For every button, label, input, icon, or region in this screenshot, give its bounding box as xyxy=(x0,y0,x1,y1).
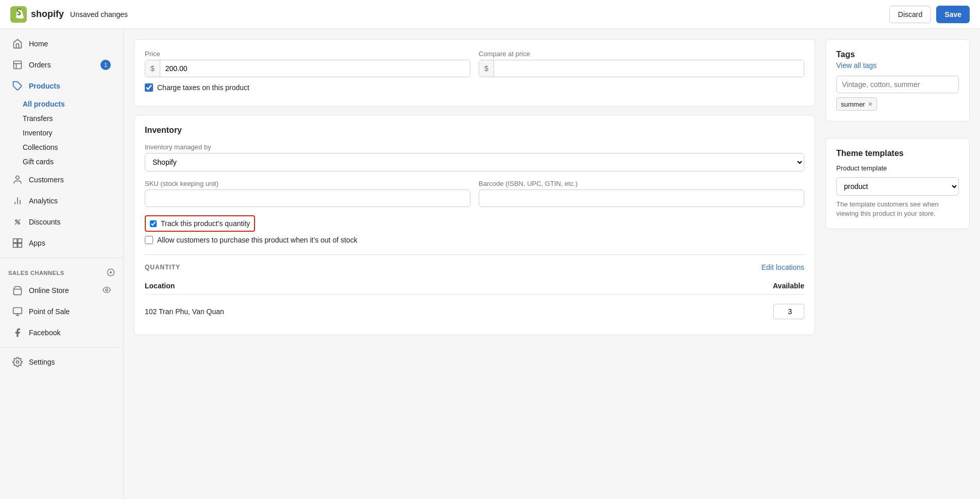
sidebar-divider-2 xyxy=(0,347,123,348)
svg-point-19 xyxy=(106,289,108,291)
compare-price-input[interactable] xyxy=(494,60,804,77)
tags-input[interactable] xyxy=(836,76,959,93)
sidebar-item-facebook[interactable]: Facebook xyxy=(4,322,119,343)
quantity-label: QUANTITY xyxy=(145,264,180,271)
quantity-input[interactable] xyxy=(773,304,804,319)
analytics-icon xyxy=(12,196,23,206)
shopify-logo-icon xyxy=(10,6,27,23)
products-label: Products xyxy=(29,82,60,90)
quantity-section: QUANTITY Edit locations Location Availab… xyxy=(145,254,804,324)
add-sales-channel-icon[interactable] xyxy=(107,268,115,278)
sidebar-item-discounts[interactable]: Discounts xyxy=(4,212,119,232)
product-template-label: Product template xyxy=(836,164,959,172)
right-panel: Tags View all tags summer × Theme templa… xyxy=(825,39,970,489)
theme-templates-title: Theme templates xyxy=(836,149,959,158)
price-card: Price $ Compare at price $ xyxy=(134,39,815,107)
svg-rect-20 xyxy=(13,308,22,314)
charge-taxes-checkbox[interactable] xyxy=(145,83,153,92)
main-content: Price $ Compare at price $ xyxy=(124,29,980,499)
price-input[interactable] xyxy=(160,60,470,77)
sidebar-item-settings[interactable]: Settings xyxy=(4,352,119,372)
sidebar-item-collections[interactable]: Collections xyxy=(23,140,123,154)
compare-prefix: $ xyxy=(479,60,494,77)
sku-group: SKU (stock keeping unit) xyxy=(145,180,470,207)
sidebar-item-analytics[interactable]: Analytics xyxy=(4,191,119,211)
analytics-label: Analytics xyxy=(29,197,58,205)
sidebar-item-point-of-sale[interactable]: Point of Sale xyxy=(4,301,119,322)
price-group: Price $ xyxy=(145,50,470,77)
managed-by-select[interactable]: Shopify Don't track inventory xyxy=(145,153,804,171)
allow-purchase-label[interactable]: Allow customers to purchase this product… xyxy=(157,236,358,244)
location-header: Location xyxy=(145,282,175,290)
theme-templates-card: Theme templates Product template product… xyxy=(825,138,970,229)
sidebar-item-transfers[interactable]: Transfers xyxy=(23,111,123,126)
svg-point-5 xyxy=(16,176,20,180)
compare-price-input-wrapper: $ xyxy=(479,60,804,77)
tag-remove-icon[interactable]: × xyxy=(868,100,872,108)
sidebar-products-submenu: All products Transfers Inventory Collect… xyxy=(0,97,123,169)
svg-rect-15 xyxy=(18,244,22,248)
settings-label: Settings xyxy=(29,358,55,366)
apps-label: Apps xyxy=(29,239,45,247)
sidebar-divider-1 xyxy=(0,257,123,258)
quantity-table-header: Location Available xyxy=(145,278,804,295)
unsaved-changes-title: Unsaved changes xyxy=(70,10,128,19)
content-area: Price $ Compare at price $ xyxy=(134,39,815,489)
home-label: Home xyxy=(29,40,48,48)
settings-icon xyxy=(12,357,23,367)
barcode-label: Barcode (ISBN, UPC, GTIN, etc.) xyxy=(479,180,804,187)
svg-rect-13 xyxy=(18,239,22,243)
svg-rect-14 xyxy=(13,244,18,248)
tag-label: summer xyxy=(841,100,865,108)
allow-purchase-row: Allow customers to purchase this product… xyxy=(145,236,804,244)
apps-icon xyxy=(12,238,23,248)
theme-hint: The template customers see when viewing … xyxy=(836,200,959,218)
charge-taxes-row: Charge taxes on this product xyxy=(145,83,804,92)
sidebar-item-orders[interactable]: Orders 1 xyxy=(4,55,119,75)
topbar: shopify Unsaved changes Discard Save xyxy=(0,0,980,29)
allow-purchase-checkbox[interactable] xyxy=(145,236,153,244)
edit-locations-link[interactable]: Edit locations xyxy=(762,263,804,271)
inventory-title: Inventory xyxy=(145,126,804,135)
charge-taxes-label[interactable]: Charge taxes on this product xyxy=(157,83,249,92)
sidebar-item-online-store[interactable]: Online Store xyxy=(4,280,119,301)
view-all-tags-link[interactable]: View all tags xyxy=(836,61,959,70)
managed-by-label: Inventory managed by xyxy=(145,143,804,151)
svg-rect-1 xyxy=(14,61,22,69)
svg-point-10 xyxy=(18,222,20,224)
sidebar-item-customers[interactable]: Customers xyxy=(4,169,119,190)
barcode-input[interactable] xyxy=(479,190,804,207)
sidebar-item-gift-cards[interactable]: Gift cards xyxy=(23,154,123,169)
products-icon xyxy=(12,81,23,91)
price-prefix: $ xyxy=(145,60,160,77)
discounts-label: Discounts xyxy=(29,218,60,226)
discounts-icon xyxy=(12,217,23,227)
sidebar-item-products[interactable]: Products xyxy=(4,76,119,96)
online-store-label: Online Store xyxy=(29,286,69,295)
product-template-select[interactable]: product xyxy=(836,177,959,196)
table-row: 102 Tran Phu, Van Quan xyxy=(145,299,804,324)
orders-icon xyxy=(12,60,23,70)
online-store-eye-icon xyxy=(103,286,111,296)
svg-point-23 xyxy=(16,361,19,364)
online-store-icon xyxy=(12,285,23,296)
pos-label: Point of Sale xyxy=(29,307,70,316)
sku-input[interactable] xyxy=(145,190,470,207)
facebook-icon xyxy=(12,328,23,338)
compare-price-label: Compare at price xyxy=(479,50,804,58)
track-quantity-checkbox[interactable] xyxy=(150,220,157,227)
sidebar-item-inventory[interactable]: Inventory xyxy=(23,126,123,140)
sidebar-item-apps[interactable]: Apps xyxy=(4,233,119,253)
price-input-wrapper: $ xyxy=(145,60,470,77)
save-button[interactable]: Save xyxy=(936,6,970,23)
sidebar-item-all-products[interactable]: All products xyxy=(23,97,123,111)
sidebar: Home Orders 1 Products All products Tran… xyxy=(0,29,124,499)
sku-label: SKU (stock keeping unit) xyxy=(145,180,470,187)
track-quantity-container: Track this product's quantity xyxy=(145,215,804,232)
sidebar-item-home[interactable]: Home xyxy=(4,33,119,54)
tags-card: Tags View all tags summer × xyxy=(825,39,970,122)
customers-label: Customers xyxy=(29,176,64,184)
track-quantity-label[interactable]: Track this product's quantity xyxy=(161,219,250,228)
discard-button[interactable]: Discard xyxy=(889,6,931,23)
orders-label: Orders xyxy=(29,61,51,69)
